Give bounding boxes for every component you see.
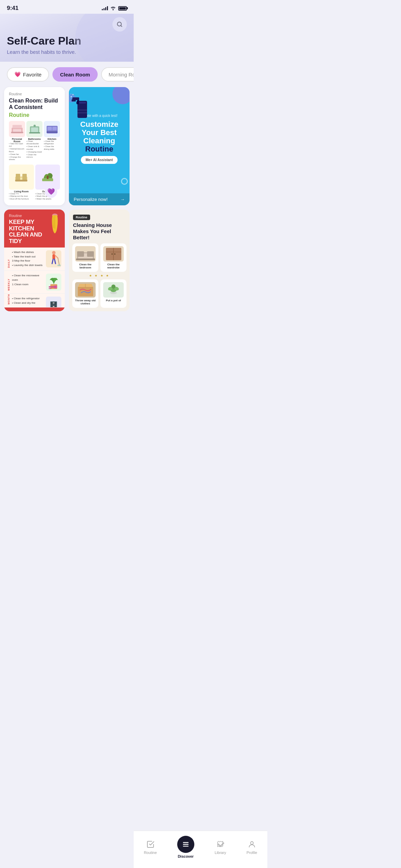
room-personal-label: Personal Room: [9, 138, 25, 143]
svg-line-38: [54, 259, 56, 264]
room-kitchen-img: [44, 121, 60, 137]
svg-rect-41: [49, 286, 56, 288]
weekly-section: WEEKLY • Clean the microwave oven 1 Clea…: [4, 271, 65, 294]
svg-rect-4: [12, 125, 22, 128]
heart-icon: 💗: [14, 71, 21, 77]
plant-img: [103, 282, 124, 298]
svg-rect-29: [77, 109, 87, 111]
card2-footer[interactable]: Personalize now! →: [69, 193, 130, 205]
card4-title: Cleaning HouseMakes You FeelBetter!: [73, 222, 125, 241]
room-bathrooms-img: [26, 121, 42, 137]
svg-rect-6: [31, 127, 38, 132]
svg-rect-11: [52, 127, 57, 130]
svg-point-36: [57, 265, 61, 266]
tab-clean-room[interactable]: Clean Room: [52, 67, 98, 82]
tab-favorite[interactable]: 💗 Favorite: [7, 67, 49, 82]
card-kitchen[interactable]: Routine KEEP MY KITCHENCLEAN AND TIDY: [4, 209, 65, 311]
room-living-img: [9, 165, 34, 190]
room-kitchen-label: Kitchen: [44, 138, 60, 140]
card4-tag: Routine: [73, 215, 90, 220]
card3-tag: Routine: [9, 214, 50, 218]
card1-title: Clean Room: Build A Consistent: [9, 97, 60, 110]
bedroom-label: Clean the bedroom: [75, 263, 96, 269]
svg-point-52: [111, 253, 113, 255]
svg-rect-25: [72, 99, 76, 101]
status-time: 9:41: [7, 5, 19, 12]
svg-rect-21: [47, 176, 48, 179]
room-kitchen-tasks: • Clean the refrigerator• Clean the dini…: [44, 140, 60, 151]
svg-point-27: [72, 94, 74, 95]
monthly-tasks: • Clean the refrigerator • Clean and dry…: [12, 297, 44, 304]
header: Self-Care Plan Learn the best habits to …: [0, 14, 134, 62]
svg-point-53: [114, 253, 116, 255]
card4-header: Routine Cleaning HouseMakes You FeelBett…: [69, 209, 130, 243]
daily-illustration: [46, 250, 61, 267]
svg-point-0: [117, 22, 121, 26]
item-plant: Put a pot of: [100, 279, 126, 308]
svg-line-37: [52, 259, 53, 264]
card-customize[interactable]: Create with a quick test! CustomizeYour …: [69, 87, 130, 205]
svg-rect-10: [47, 127, 52, 130]
svg-rect-45: [77, 251, 84, 257]
svg-rect-13: [48, 131, 56, 131]
item-bedroom: Clean the bedroom: [72, 243, 98, 272]
weekly-tasks: • Clean the microwave oven 1 Clean room: [12, 274, 44, 291]
content-grid: Routine Clean Room: Build A Consistent R…: [0, 87, 134, 346]
svg-rect-23: [78, 102, 86, 104]
filter-tabs: 💗 Favorite Clean Room Morning Routine: [0, 62, 134, 87]
room-kitchen: Kitchen • Clean the refrigerator• Clean …: [44, 121, 60, 161]
svg-rect-7: [29, 132, 40, 133]
battery-icon: [118, 6, 127, 11]
card-cleaning-house[interactable]: Routine Cleaning HouseMakes You FeelBett…: [69, 209, 130, 311]
svg-rect-30: [77, 112, 87, 113]
clothes-img: [75, 282, 96, 298]
page-title: Self-Care Plan: [7, 35, 127, 47]
arrow-right-icon: →: [120, 197, 125, 202]
room-bathrooms-label: Bathrooms: [26, 138, 42, 140]
svg-rect-16: [16, 174, 20, 180]
tab-morning-routine[interactable]: Morning Routine: [101, 67, 134, 82]
svg-line-35: [58, 258, 59, 265]
daily-section: DAILY • Wash the dishes • Take the trash…: [4, 248, 65, 271]
svg-rect-42: [49, 288, 51, 289]
status-bar: 9:41: [0, 0, 134, 14]
svg-point-26: [71, 96, 72, 97]
card-clean-room-routine[interactable]: Routine Clean Room: Build A Consistent R…: [4, 87, 65, 205]
card2-title: CustomizeYour BestCleaningRoutine: [80, 120, 118, 154]
room-living-tasks: • Clean TV• Wiping out the dust• Dust of…: [9, 193, 34, 201]
wardrobe-label: Clean the wardrobe: [103, 263, 124, 269]
circle-outline: [121, 178, 128, 185]
heart-badge: 💜: [45, 185, 57, 198]
svg-point-62: [111, 285, 116, 289]
svg-rect-3: [11, 132, 23, 133]
svg-point-20: [48, 173, 52, 178]
page-subtitle: Learn the best habits to thrive.: [7, 49, 127, 55]
cards-grid: Routine Clean Room: Build A Consistent R…: [4, 87, 130, 311]
status-icons: [102, 5, 127, 11]
svg-rect-18: [15, 180, 27, 181]
signal-icon: [102, 6, 108, 10]
svg-rect-47: [76, 258, 95, 260]
svg-rect-46: [87, 251, 94, 257]
star-row: ★ ★ ★ ★: [72, 274, 126, 277]
monthly-section: MONTHLY • Clean the refrigerator • Clean…: [4, 294, 65, 308]
svg-point-28: [71, 94, 71, 95]
room-personal: Personal Room • Take the trash out• Swee…: [9, 121, 25, 161]
spray-bottle-illustration: [71, 91, 89, 123]
search-button[interactable]: [112, 17, 127, 32]
monthly-label: MONTHLY: [8, 297, 10, 304]
clothes-label: Throw away old clothes: [75, 299, 96, 305]
weekly-illustration: [46, 274, 61, 291]
room-living-label: Living Room: [9, 190, 34, 193]
wardrobe-img: [103, 246, 124, 262]
svg-line-34: [55, 255, 58, 258]
daily-tasks: • Wash the dishes • Take the trash out 3…: [12, 250, 44, 268]
card1-title-green: Routine: [9, 112, 60, 118]
room-personal-tasks: • Take the trash out• Sweep/vacuum floor…: [9, 143, 25, 161]
room-outdoors-img: [35, 165, 60, 190]
daily-label: DAILY: [8, 250, 10, 268]
svg-rect-17: [22, 174, 27, 180]
room-personal-img: [9, 121, 25, 137]
ai-badge[interactable]: Me+ AI Assistant: [81, 156, 118, 164]
card4-items: Clean the bedroom Clean t: [69, 243, 130, 311]
